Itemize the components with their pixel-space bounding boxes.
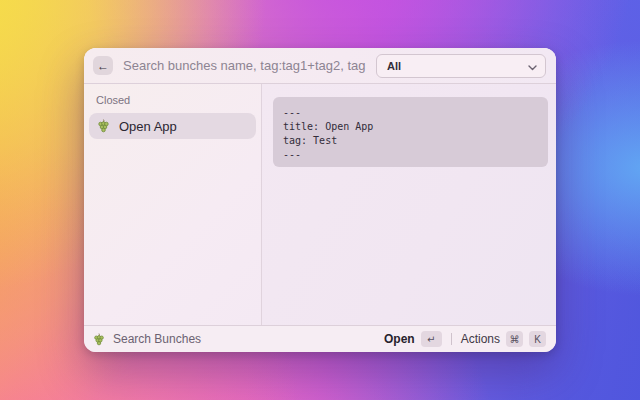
chevron-down-icon: [528, 57, 537, 75]
window-footer: Search Bunches Open ↵ Actions ⌘ K: [84, 325, 556, 352]
actions-label: Actions: [461, 332, 500, 346]
back-arrow-icon: ←: [97, 59, 109, 73]
bunch-preview-code-block: --- title: Open App tag: Test ---: [273, 97, 548, 167]
window-header: ← All: [84, 48, 556, 84]
grapes-icon: [97, 119, 110, 133]
list-item-open-app[interactable]: Open App: [89, 113, 256, 139]
code-line: ---: [283, 148, 538, 162]
actions-menu-button[interactable]: Actions ⌘ K: [461, 331, 546, 347]
open-action-label: Open: [384, 332, 415, 346]
search-input[interactable]: [123, 58, 366, 73]
k-key-icon: K: [529, 331, 546, 347]
footer-separator: [451, 333, 452, 345]
code-line: title: Open App: [283, 120, 538, 134]
back-button[interactable]: ←: [93, 56, 113, 75]
list-item-label: Open App: [119, 119, 177, 134]
app-name: Search Bunches: [113, 332, 201, 346]
open-action-button[interactable]: Open ↵: [384, 331, 442, 347]
grapes-icon: [93, 333, 105, 346]
cmd-key-icon: ⌘: [506, 331, 523, 347]
window-content: Closed Open App: [84, 84, 556, 325]
code-line: ---: [283, 106, 538, 120]
bunches-window: ← All Closed: [84, 48, 556, 352]
detail-panel: --- title: Open App tag: Test ---: [262, 84, 556, 325]
results-sidebar: Closed Open App: [84, 84, 262, 325]
enter-key-icon: ↵: [421, 331, 442, 347]
code-line: tag: Test: [283, 134, 538, 148]
filter-dropdown[interactable]: All: [376, 54, 546, 78]
filter-dropdown-value: All: [387, 60, 401, 72]
section-label-closed: Closed: [84, 92, 261, 113]
